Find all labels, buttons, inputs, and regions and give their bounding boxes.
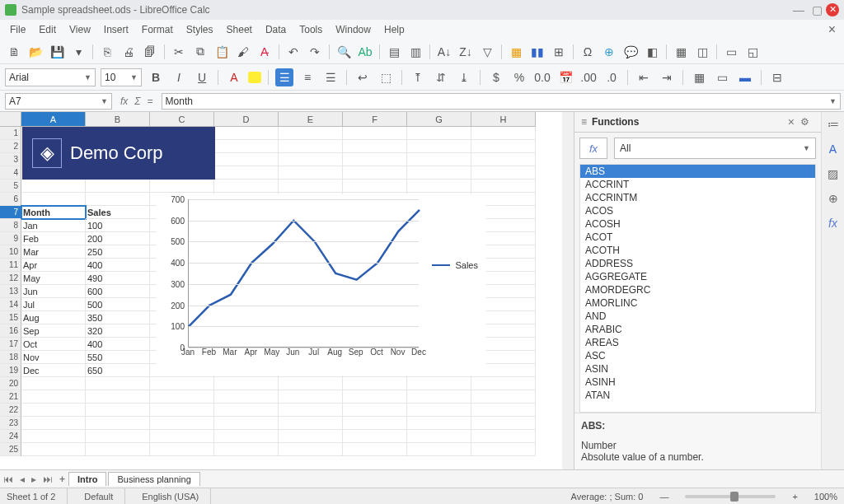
cell[interactable]: [150, 180, 214, 193]
menu-help[interactable]: Help: [377, 22, 411, 37]
function-item[interactable]: ABS: [580, 165, 815, 178]
cell[interactable]: [21, 390, 86, 404]
undo-icon[interactable]: ↶: [284, 43, 302, 61]
function-item[interactable]: ACCRINTM: [580, 191, 815, 204]
cell[interactable]: 650: [86, 364, 150, 377]
cell[interactable]: [407, 404, 471, 417]
copy-icon[interactable]: ⧉: [191, 43, 209, 61]
window-icon[interactable]: ▭: [722, 43, 740, 61]
function-item[interactable]: ATAN: [580, 389, 815, 402]
menu-format[interactable]: Format: [135, 22, 180, 37]
cell[interactable]: Jul: [21, 298, 86, 311]
cell[interactable]: [471, 153, 536, 166]
cell[interactable]: [279, 417, 343, 430]
align-left-icon[interactable]: ☰: [275, 68, 293, 86]
col-header-F[interactable]: F: [343, 112, 407, 127]
row-header[interactable]: 2: [0, 140, 21, 153]
cell[interactable]: 350: [86, 311, 150, 324]
cell[interactable]: [150, 404, 214, 417]
row-header[interactable]: 20: [0, 377, 21, 390]
function-item[interactable]: AMORLINC: [580, 296, 815, 310]
col-header-C[interactable]: C: [150, 112, 214, 127]
chart-icon[interactable]: ▮▮: [528, 43, 546, 61]
menu-edit[interactable]: Edit: [32, 22, 63, 37]
menu-styles[interactable]: Styles: [180, 22, 220, 37]
cell[interactable]: [150, 430, 214, 443]
function-item[interactable]: ACOSH: [580, 217, 815, 231]
column-icon[interactable]: ▥: [406, 43, 424, 61]
cell[interactable]: Month: [21, 206, 86, 219]
redo-icon[interactable]: ↷: [306, 43, 324, 61]
headers-icon[interactable]: ◧: [643, 43, 661, 61]
cell[interactable]: [214, 417, 279, 430]
panel-settings-icon[interactable]: ⚙: [795, 116, 814, 128]
menu-file[interactable]: File: [3, 22, 32, 37]
row-header[interactable]: 9: [0, 232, 21, 245]
row-header[interactable]: 14: [0, 298, 21, 311]
cell[interactable]: [407, 180, 471, 193]
comment-icon[interactable]: 💬: [621, 43, 640, 61]
find-icon[interactable]: 🔍: [335, 43, 353, 61]
menu-insert[interactable]: Insert: [97, 22, 135, 37]
row-header[interactable]: 25: [0, 443, 21, 456]
sort-desc-icon[interactable]: Z↓: [457, 43, 475, 61]
cell[interactable]: [214, 180, 279, 193]
bold-button[interactable]: B: [147, 68, 165, 86]
font-name-combo[interactable]: Arial▼: [5, 68, 96, 86]
cell[interactable]: 490: [86, 272, 150, 285]
cell[interactable]: 200: [86, 232, 150, 245]
percent-icon[interactable]: %: [510, 68, 528, 86]
function-item[interactable]: ADDRESS: [580, 257, 815, 270]
row-icon[interactable]: ▤: [385, 43, 403, 61]
cell[interactable]: 500: [86, 298, 150, 311]
cond-format-icon[interactable]: ⊟: [768, 68, 786, 86]
cell[interactable]: [21, 193, 86, 206]
function-item[interactable]: ASC: [580, 349, 815, 362]
function-item[interactable]: ASINH: [580, 376, 815, 389]
align-center-icon[interactable]: ≡: [298, 68, 316, 86]
name-box[interactable]: A7▼: [5, 93, 112, 110]
cell[interactable]: [407, 390, 471, 404]
add-sheet-button[interactable]: +: [56, 474, 68, 485]
cell[interactable]: 400: [86, 259, 150, 272]
valign-top-icon[interactable]: ⤒: [409, 68, 427, 86]
cell[interactable]: [343, 180, 407, 193]
formula-input[interactable]: Month▼: [162, 93, 841, 110]
zoom-in-button[interactable]: +: [792, 492, 797, 502]
cell[interactable]: [343, 127, 407, 140]
highlight-icon[interactable]: [248, 72, 261, 83]
font-color-icon[interactable]: A: [225, 68, 243, 86]
sheet-tab-intro[interactable]: Intro: [68, 472, 106, 486]
cell[interactable]: [343, 404, 407, 417]
function-wizard-icon[interactable]: fx: [120, 96, 128, 107]
spellcheck-icon[interactable]: Ab: [356, 43, 374, 61]
cell[interactable]: [279, 430, 343, 443]
cell[interactable]: [471, 140, 536, 153]
cell[interactable]: [21, 180, 86, 193]
cell[interactable]: [21, 443, 86, 456]
dec-dec-icon[interactable]: .0: [603, 68, 621, 86]
dec-inc-icon[interactable]: .00: [579, 68, 598, 86]
currency-icon[interactable]: $: [487, 68, 505, 86]
cell[interactable]: [21, 404, 86, 417]
function-item[interactable]: AGGREGATE: [580, 270, 815, 283]
cell[interactable]: [407, 127, 471, 140]
tab-prev-icon[interactable]: ◂: [16, 474, 28, 485]
menu-data[interactable]: Data: [259, 22, 293, 37]
tab-first-icon[interactable]: ⏮: [0, 474, 16, 485]
cell[interactable]: [343, 417, 407, 430]
cell[interactable]: [86, 404, 150, 417]
function-item[interactable]: ARABIC: [580, 323, 815, 336]
cell[interactable]: [86, 417, 150, 430]
panel-menu-icon[interactable]: ≡: [581, 116, 587, 128]
function-item[interactable]: ACOTH: [580, 244, 815, 257]
cell[interactable]: Oct: [21, 338, 86, 351]
cell[interactable]: [21, 377, 86, 390]
sum-icon[interactable]: Σ: [134, 96, 140, 107]
close-button[interactable]: ✕: [826, 3, 839, 16]
cut-icon[interactable]: ✂: [170, 43, 188, 61]
clear-format-icon[interactable]: A̶: [256, 43, 274, 61]
special-char-icon[interactable]: Ω: [579, 43, 597, 61]
cell[interactable]: [150, 390, 214, 404]
cell[interactable]: [21, 430, 86, 443]
